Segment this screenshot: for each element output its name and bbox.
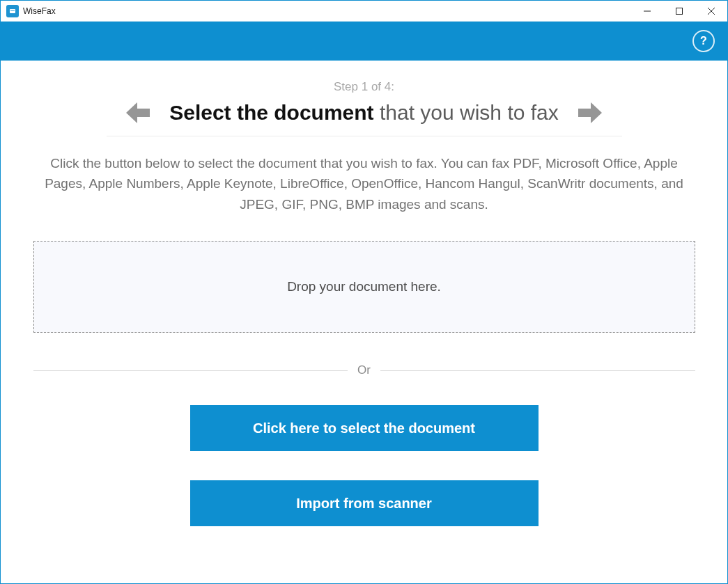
or-text: Or [357, 363, 371, 377]
close-icon [708, 8, 715, 15]
select-document-label: Click here to select the document [253, 420, 475, 436]
next-step-button[interactable] [577, 101, 605, 125]
help-button[interactable]: ? [692, 30, 715, 52]
dropzone-text: Drop your document here. [287, 279, 441, 294]
help-icon: ? [700, 35, 707, 47]
select-document-button[interactable]: Click here to select the document [190, 405, 539, 451]
app-header: ? [1, 22, 727, 61]
description: Click the button below to select the doc… [37, 153, 692, 214]
page-heading: Select the document that you wish to fax [169, 101, 559, 125]
prev-step-button[interactable] [123, 101, 151, 125]
or-line-left [33, 370, 348, 371]
import-scanner-label: Import from scanner [296, 496, 431, 512]
maximize-icon [676, 8, 683, 15]
heading-bold: Select the document [169, 101, 373, 124]
dropzone[interactable]: Drop your document here. [33, 241, 695, 333]
svg-rect-3 [676, 8, 683, 14]
svg-rect-0 [10, 9, 15, 13]
heading-divider [107, 136, 622, 136]
titlebar-left: WiseFax [1, 5, 56, 17]
svg-rect-1 [10, 10, 15, 10]
arrow-right-icon [577, 101, 605, 125]
content: Step 1 of 4: Select the document that yo… [1, 61, 727, 583]
step-label: Step 1 of 4: [334, 80, 394, 94]
arrow-left-icon [123, 101, 151, 125]
heading-row: Select the document that you wish to fax [34, 101, 694, 125]
or-separator: Or [33, 363, 695, 377]
import-scanner-button[interactable]: Import from scanner [190, 480, 539, 526]
app-icon [6, 5, 19, 17]
heading-rest: that you wish to fax [374, 101, 559, 124]
window-title: WiseFax [23, 6, 56, 16]
titlebar: WiseFax [1, 1, 727, 22]
close-button[interactable] [695, 1, 727, 22]
minimize-button[interactable] [631, 1, 663, 22]
or-line-right [380, 370, 695, 371]
app-window: WiseFax ? Step 1 of 4: Select t [0, 0, 728, 584]
maximize-button[interactable] [663, 1, 695, 22]
minimize-icon [644, 8, 651, 15]
titlebar-controls [631, 1, 727, 22]
